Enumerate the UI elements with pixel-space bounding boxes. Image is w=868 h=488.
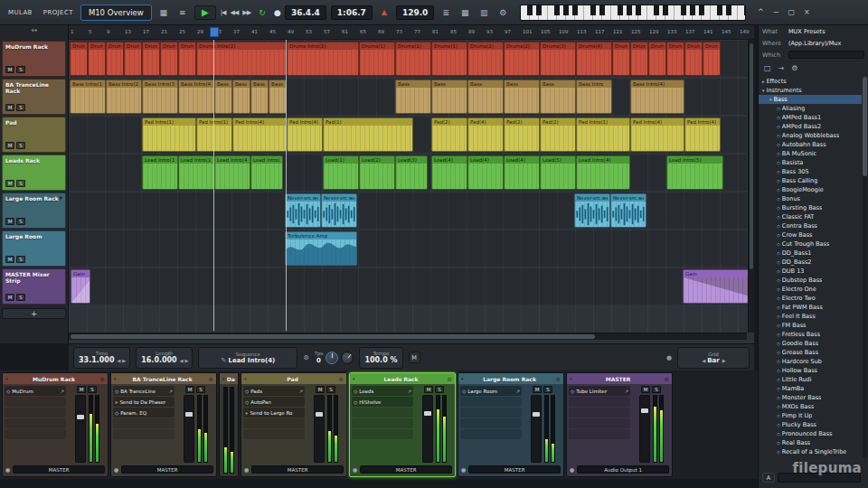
mixer-strip-header[interactable]: ▾MuDrum Rack⚙ bbox=[3, 373, 108, 384]
to-start-button[interactable]: |◀ bbox=[221, 9, 226, 16]
preset-item[interactable]: ◇Monster Bass bbox=[759, 393, 862, 402]
preset-item[interactable]: ◇DUB 13 bbox=[759, 267, 862, 276]
collapse-arrow-icon[interactable]: ▾ bbox=[5, 376, 8, 381]
device-slot-empty[interactable] bbox=[352, 408, 413, 418]
tps-value[interactable]: 0 bbox=[316, 357, 321, 364]
collapse-arrow-icon[interactable]: ▾ bbox=[222, 376, 225, 381]
grid-increment[interactable]: ▶ bbox=[722, 358, 725, 363]
volume-fader[interactable] bbox=[422, 395, 433, 463]
track-header[interactable]: Large RoomMS bbox=[2, 230, 66, 267]
clip[interactable]: Drums Intro bbox=[124, 42, 142, 76]
clip[interactable]: Lead Intro(4) bbox=[214, 155, 250, 190]
device-slot[interactable]: »Send to Da Phaser bbox=[113, 397, 175, 407]
scrollbar-thumb[interactable] bbox=[750, 43, 753, 269]
preset-item[interactable]: ◇Aliasing bbox=[759, 104, 862, 113]
clip[interactable]: Bass Intro(2) bbox=[106, 80, 142, 114]
tree-folder[interactable]: ▾Bass bbox=[759, 95, 862, 104]
clip[interactable]: Lead Intro(5) bbox=[666, 155, 723, 190]
open-editor-icon[interactable]: ↗ bbox=[624, 389, 628, 394]
device-slot[interactable]: ◇Pads↗ bbox=[243, 386, 305, 396]
mixer-strip[interactable]: ▾Da bbox=[219, 372, 239, 477]
field-input[interactable] bbox=[788, 51, 864, 59]
mute-button[interactable]: M bbox=[185, 386, 194, 393]
preset-item[interactable]: ◇Classic FAT bbox=[759, 212, 862, 221]
sequence-box[interactable]: Sequence ✎ Lead Intro(4) bbox=[198, 347, 297, 369]
tree-folder[interactable]: ▾Instruments bbox=[759, 86, 862, 95]
solo-button[interactable]: S bbox=[16, 218, 25, 225]
solo-button[interactable]: S bbox=[652, 386, 661, 393]
output-button[interactable]: MASTER bbox=[468, 465, 561, 474]
grid-value[interactable]: Bar bbox=[707, 357, 720, 364]
playhead[interactable] bbox=[286, 40, 287, 331]
length-box[interactable]: Length 16.0.000 ◀ ▶ bbox=[136, 347, 193, 369]
gear-icon[interactable]: ⚙ bbox=[448, 376, 452, 382]
preset-item[interactable]: ◇AMPed Bass1 bbox=[759, 113, 862, 122]
device-slot-empty[interactable] bbox=[569, 418, 630, 428]
preset-item[interactable]: ◇FM Bass bbox=[759, 321, 862, 330]
tree-arrow-icon[interactable]: ▾ bbox=[762, 88, 765, 93]
device-slot-empty[interactable] bbox=[352, 429, 413, 439]
gear-icon[interactable]: ⚙ bbox=[791, 64, 797, 72]
clip[interactable]: Bass bbox=[431, 80, 467, 114]
gear-icon[interactable]: ⚙ bbox=[100, 376, 105, 382]
clip[interactable]: Gain bbox=[71, 269, 90, 304]
preset-item[interactable]: ◇DD_Bass1 bbox=[759, 249, 862, 258]
mute-button[interactable]: M bbox=[5, 66, 14, 73]
track-header[interactable]: ▼Large Room RackMS bbox=[2, 192, 66, 229]
time-box[interactable]: Time 33.1.000 ◀ ▶ bbox=[73, 347, 130, 369]
clip[interactable]: Drums(1) bbox=[395, 42, 431, 76]
preset-item[interactable]: ◇Little Rudi bbox=[759, 375, 862, 384]
clip[interactable]: Bass I bbox=[250, 80, 269, 114]
clip[interactable]: Pad(1) bbox=[323, 117, 413, 152]
sequence-value[interactable]: Lead Intro(4) bbox=[228, 357, 275, 364]
device-slot-empty[interactable] bbox=[243, 429, 305, 439]
mixer-icon[interactable]: ≣ bbox=[439, 5, 453, 20]
preset-item[interactable]: ◇Bursting Bass bbox=[759, 203, 862, 212]
forward-button[interactable]: ▶▶ bbox=[242, 9, 250, 16]
time-decrement[interactable]: ◀ bbox=[117, 358, 119, 363]
output-button[interactable]: Audio Output 1 bbox=[577, 465, 669, 474]
clip[interactable]: Never-src.wav bbox=[610, 193, 646, 228]
menu-project[interactable]: PROJECT bbox=[41, 6, 76, 19]
device-slot[interactable]: ◇BA TranceLine↗ bbox=[113, 386, 175, 396]
device-slot-empty[interactable] bbox=[460, 429, 522, 439]
mixer-strip-header[interactable]: ▾Large Room Rack⚙ bbox=[458, 373, 563, 384]
open-editor-icon[interactable]: ↗ bbox=[168, 389, 173, 394]
mixer-strip[interactable]: ▾MuDrum Rack⚙◇MuDrum↗MS●MASTER bbox=[2, 372, 108, 477]
clip[interactable]: Bass I bbox=[232, 80, 250, 114]
solo-button[interactable]: S bbox=[196, 386, 205, 393]
track-header[interactable]: PadMS bbox=[2, 117, 66, 153]
record-icon[interactable]: ● bbox=[461, 466, 466, 473]
mixer-strip-header[interactable]: ▾BA TranceLine Rack⚙ bbox=[111, 373, 216, 384]
clip[interactable]: Bass Intro bbox=[576, 80, 612, 114]
clip[interactable]: Lead(4) bbox=[504, 155, 540, 190]
device-slot-empty[interactable] bbox=[5, 429, 66, 439]
track-header[interactable]: MASTER Mixer StripMS bbox=[2, 268, 66, 305]
collapse-arrow-icon[interactable]: ▼ bbox=[59, 195, 62, 201]
clip[interactable]: Pad Intro(1) bbox=[576, 117, 630, 152]
preset-item[interactable]: ◇BoogieMoogie bbox=[759, 185, 862, 194]
track-header[interactable]: Leads RackMS bbox=[2, 155, 66, 191]
clip[interactable]: Drums I bbox=[630, 42, 648, 76]
clip[interactable]: Bass bbox=[504, 80, 540, 114]
solo-button[interactable]: S bbox=[543, 386, 552, 393]
clip[interactable]: Lead Intro(1) bbox=[142, 155, 178, 190]
clip[interactable]: Lead(3) bbox=[395, 155, 428, 190]
clip[interactable]: Drums Intro bbox=[70, 42, 88, 76]
device-slot[interactable]: ◇AutoPan bbox=[243, 397, 305, 407]
record-icon[interactable]: ● bbox=[570, 466, 574, 473]
mute-button[interactable]: M bbox=[316, 386, 325, 393]
preset-item[interactable]: ◇Pimp It Up bbox=[759, 411, 862, 420]
preset-item[interactable]: ◇MamBa bbox=[759, 384, 862, 393]
clip[interactable]: Drums(3) bbox=[540, 42, 576, 76]
clip[interactable]: Bass Intro(4) bbox=[630, 80, 684, 114]
mixer-strip[interactable]: ▾Large Room Rack⚙◇Large Room↗MS●MASTER bbox=[458, 372, 564, 477]
record-dot-icon[interactable]: ● bbox=[666, 354, 672, 361]
volume-fader[interactable] bbox=[75, 395, 86, 463]
clip[interactable]: Pad Intro(4) bbox=[684, 117, 721, 152]
mute-button[interactable]: M bbox=[5, 142, 14, 149]
device-slot-empty[interactable] bbox=[5, 408, 66, 418]
device-slot[interactable]: ◇Large Room↗ bbox=[460, 386, 522, 396]
field-value[interactable]: (App.Library)/Mux bbox=[788, 40, 864, 47]
device-slot[interactable]: »Send to Large Ro bbox=[243, 408, 305, 418]
